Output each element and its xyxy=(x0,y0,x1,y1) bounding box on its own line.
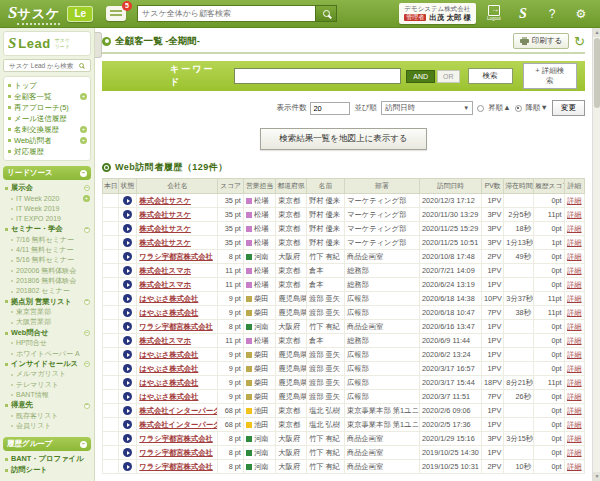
company-link[interactable]: はやぶさ株式会社 xyxy=(139,350,198,359)
detail-link[interactable]: 詳細 xyxy=(567,210,582,219)
and-toggle-button[interactable]: AND xyxy=(406,70,435,83)
column-header[interactable]: 状態 xyxy=(118,179,137,194)
sidebar-item[interactable]: 202006 無料体験会 xyxy=(4,266,90,276)
company-link[interactable]: 株式会社スマホ xyxy=(139,280,191,289)
sidebar-item[interactable]: 既存客リスト xyxy=(4,411,90,421)
company-link[interactable]: 株式会社サスケ xyxy=(139,210,191,219)
sidebar-item[interactable]: 展示会− xyxy=(4,183,90,194)
column-header[interactable]: 営業担当 xyxy=(243,179,275,194)
expand-plus-icon[interactable]: + xyxy=(83,195,90,202)
user-account-box[interactable]: デモシステム株式会社 管理者 出茂 太郎 様 xyxy=(399,3,476,25)
vertical-scrollbar[interactable]: ▲ ▼ xyxy=(592,28,600,481)
company-link[interactable]: ワラシ宇都宮株式会社 xyxy=(139,462,212,471)
search-button[interactable]: 検索 xyxy=(468,68,513,84)
sidebar-item-3[interactable]: メール送信履歴 xyxy=(6,113,88,124)
sidebar-item-2[interactable]: 再アプローチ(5) xyxy=(6,102,88,113)
collapse-minus-icon[interactable]: − xyxy=(84,361,90,367)
detail-link[interactable]: 詳細 xyxy=(567,378,582,387)
sort-order-select[interactable]: 訪問日時 ▼ xyxy=(381,101,473,115)
collapse-minus-icon[interactable]: − xyxy=(84,185,90,191)
company-link[interactable]: 株式会社サスケ xyxy=(139,196,191,205)
sidebar-item[interactable]: BANT・プロファイル xyxy=(4,454,90,465)
detail-link[interactable]: 詳細 xyxy=(567,434,582,443)
sidebar-item-5[interactable]: Web訪問者+ xyxy=(6,135,88,146)
company-link[interactable]: 株式会社サスケ xyxy=(139,224,191,233)
sidebar-item[interactable]: 拠点別 営業リスト− xyxy=(4,297,90,308)
sidebar-item[interactable]: IT Week 2020+ xyxy=(4,194,90,204)
detail-link[interactable]: 詳細 xyxy=(567,406,582,415)
company-link[interactable]: はやぶさ株式会社 xyxy=(139,308,198,317)
sidebar-item[interactable]: IT Week 2019 xyxy=(4,204,90,214)
company-link[interactable]: 株式会社インターパーク xyxy=(139,420,218,429)
company-link[interactable]: ワラシ宇都宮株式会社 xyxy=(139,252,212,261)
column-header[interactable]: 会社名 xyxy=(137,179,218,194)
collapse-minus-icon[interactable]: − xyxy=(84,299,90,305)
column-header[interactable]: スコア xyxy=(218,179,243,194)
sidebar-item[interactable]: インサイドセールス− xyxy=(4,359,90,370)
detail-link[interactable]: 詳細 xyxy=(567,364,582,373)
collapse-minus-icon[interactable]: − xyxy=(84,330,90,336)
detail-link[interactable]: 詳細 xyxy=(567,280,582,289)
sasuke-home-button[interactable]: S xyxy=(512,4,534,24)
detail-link[interactable]: 詳細 xyxy=(567,322,582,331)
scroll-down-arrow[interactable]: ▼ xyxy=(593,472,600,481)
company-link[interactable]: はやぶさ株式会社 xyxy=(139,392,198,401)
lead-logo[interactable]: S Lead サスケ リード xyxy=(3,31,91,56)
sasuke-logo[interactable]: S サスケ xyxy=(8,3,60,25)
column-header[interactable]: 都道府県 xyxy=(276,179,307,194)
advanced-search-button[interactable]: + 詳細検索 xyxy=(523,63,577,89)
sidebar-item-0[interactable]: トップ xyxy=(6,80,88,91)
per-page-input[interactable] xyxy=(310,102,350,115)
sidebar-item[interactable]: 4/11 無料セミナー xyxy=(4,245,90,255)
company-link[interactable]: はやぶさ株式会社 xyxy=(139,378,198,387)
company-link[interactable]: 株式会社スマホ xyxy=(139,266,191,275)
apply-sort-button[interactable]: 変更 xyxy=(552,100,585,116)
sidebar-item[interactable]: 訪問シート xyxy=(4,465,90,476)
show-on-map-button[interactable]: 検索結果一覧を地図上に表示する xyxy=(260,128,426,150)
collapse-minus-icon[interactable]: − xyxy=(80,170,87,177)
scrollbar-thumb[interactable] xyxy=(594,38,600,108)
sidebar-item[interactable]: メルマガリスト xyxy=(4,369,90,379)
sidebar-item-4[interactable]: 名刺交換履歴+ xyxy=(6,124,88,135)
logout-button[interactable]: Logout xyxy=(483,4,505,24)
expand-plus-icon[interactable]: + xyxy=(80,137,87,144)
detail-link[interactable]: 詳細 xyxy=(567,350,582,359)
detail-link[interactable]: 詳細 xyxy=(567,448,582,457)
help-button[interactable]: ? xyxy=(541,4,563,24)
sidebar-item[interactable]: HP問合せ xyxy=(4,338,90,348)
column-header[interactable]: 滞在時間 xyxy=(504,179,534,194)
scroll-up-arrow[interactable]: ▲ xyxy=(593,28,600,37)
sidebar-item[interactable]: 東京営業部 xyxy=(4,307,90,317)
sidebar-item[interactable]: 会員リスト xyxy=(4,421,90,431)
sidebar-item[interactable]: セミナー・学会− xyxy=(4,224,90,235)
detail-link[interactable]: 詳細 xyxy=(567,238,582,247)
keyword-input[interactable] xyxy=(234,68,402,84)
sidebar-item[interactable]: 201806 無料体験会 xyxy=(4,276,90,286)
notifications-button[interactable]: 5 xyxy=(106,6,126,21)
sidebar-item[interactable]: Web問合せ− xyxy=(4,328,90,339)
print-button[interactable]: 印刷する xyxy=(513,33,569,49)
sidebar-collapse-tab[interactable] xyxy=(95,32,102,58)
detail-link[interactable]: 詳細 xyxy=(567,308,582,317)
column-header[interactable]: PV数 xyxy=(482,179,504,194)
detail-link[interactable]: 詳細 xyxy=(567,252,582,261)
sidebar-item[interactable]: テレマリスト xyxy=(4,380,90,390)
column-header[interactable]: 詳細 xyxy=(564,179,584,194)
detail-link[interactable]: 詳細 xyxy=(567,392,582,401)
descending-radio[interactable] xyxy=(515,105,522,112)
company-link[interactable]: 株式会社サスケ xyxy=(139,238,191,247)
or-toggle-button[interactable]: OR xyxy=(437,70,460,83)
sidebar-section-header[interactable]: 履歴グループ− xyxy=(3,437,91,451)
collapse-minus-icon[interactable]: − xyxy=(84,227,90,233)
column-header[interactable]: 履歴スコア xyxy=(533,179,564,194)
column-header[interactable]: 本日 xyxy=(103,179,119,194)
sidebar-item[interactable]: IT EXPO 2019 xyxy=(4,214,90,224)
sidebar-search-input[interactable] xyxy=(7,61,79,70)
column-header[interactable]: 部署 xyxy=(344,179,419,194)
company-link[interactable]: ワラシ宇都宮株式会社 xyxy=(139,434,212,443)
lead-product-badge[interactable]: Le xyxy=(67,6,93,22)
expand-plus-icon[interactable]: + xyxy=(80,126,87,133)
sidebar-item[interactable]: 201802 セミナー xyxy=(4,286,90,296)
global-search-button[interactable] xyxy=(315,5,337,22)
detail-link[interactable]: 詳細 xyxy=(567,196,582,205)
